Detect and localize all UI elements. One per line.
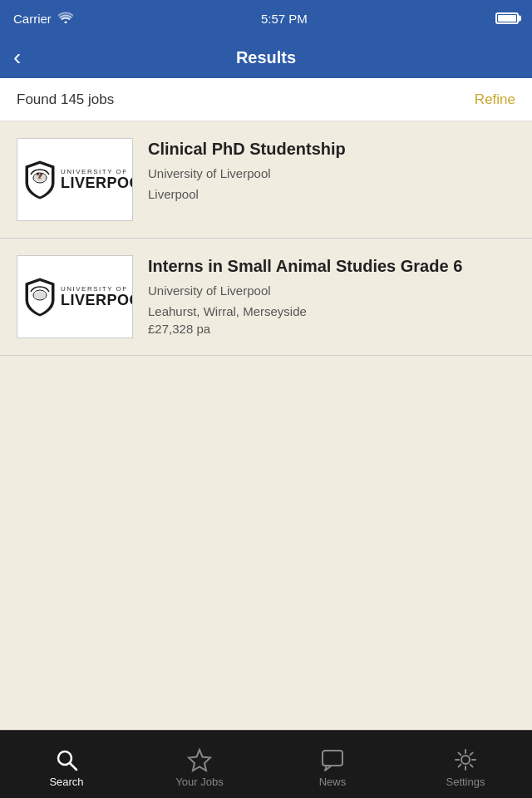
job-item[interactable]: 🦅 UNIVERSITY OF LIVERPOOL Clinical PhD S…	[0, 121, 532, 239]
chat-icon	[320, 747, 345, 772]
job-title: Interns in Small Animal Studies Grade 6	[148, 255, 515, 277]
tab-your-jobs[interactable]: Your Jobs	[133, 731, 266, 798]
job-salary: £27,328 pa	[148, 322, 515, 336]
job-logo: 🦅 UNIVERSITY OF LIVERPOOL	[17, 138, 133, 221]
battery-icon	[495, 12, 519, 24]
jobs-list: 🦅 UNIVERSITY OF LIVERPOOL Clinical PhD S…	[0, 121, 532, 773]
status-time: 5:57 PM	[261, 12, 308, 26]
back-button[interactable]: ‹	[13, 46, 21, 69]
svg-marker-5	[189, 750, 210, 771]
job-organization: University of Liverpool	[148, 166, 515, 180]
job-title: Clinical PhD Studentship	[148, 138, 515, 160]
status-bar: Carrier 5:57 PM	[0, 0, 532, 37]
refine-button[interactable]: Refine	[475, 91, 515, 108]
tab-your-jobs-label: Your Jobs	[175, 776, 223, 788]
job-location: Leahurst, Wirral, Merseyside	[148, 304, 515, 318]
tab-settings[interactable]: Settings	[399, 731, 532, 798]
search-icon	[54, 747, 79, 772]
job-details: Interns in Small Animal Studies Grade 6 …	[148, 255, 515, 336]
tab-search-label: Search	[49, 776, 83, 788]
carrier-label: Carrier	[13, 12, 52, 26]
svg-point-7	[461, 756, 470, 764]
nav-title: Results	[236, 48, 296, 67]
tab-settings-label: Settings	[446, 776, 485, 788]
results-count: Found 145 jobs	[17, 91, 114, 108]
svg-rect-6	[323, 751, 342, 766]
job-location: Liverpool	[148, 187, 515, 201]
gear-icon	[453, 747, 478, 772]
tab-news[interactable]: News	[266, 731, 399, 798]
tab-news-label: News	[319, 776, 347, 788]
job-organization: University of Liverpool	[148, 283, 515, 298]
job-item[interactable]: UNIVERSITY OF LIVERPOOL Interns in Small…	[0, 239, 532, 356]
nav-bar: ‹ Results	[0, 37, 532, 78]
tab-search[interactable]: Search	[0, 731, 133, 798]
svg-line-4	[70, 763, 76, 770]
status-bar-left: Carrier	[13, 12, 73, 26]
job-details: Clinical PhD Studentship University of L…	[148, 138, 515, 204]
tab-bar: Search Your Jobs News Settings	[0, 730, 532, 798]
results-header: Found 145 jobs Refine	[0, 78, 532, 121]
job-logo: UNIVERSITY OF LIVERPOOL	[17, 255, 133, 338]
star-icon	[187, 747, 212, 772]
wifi-icon	[58, 12, 73, 26]
